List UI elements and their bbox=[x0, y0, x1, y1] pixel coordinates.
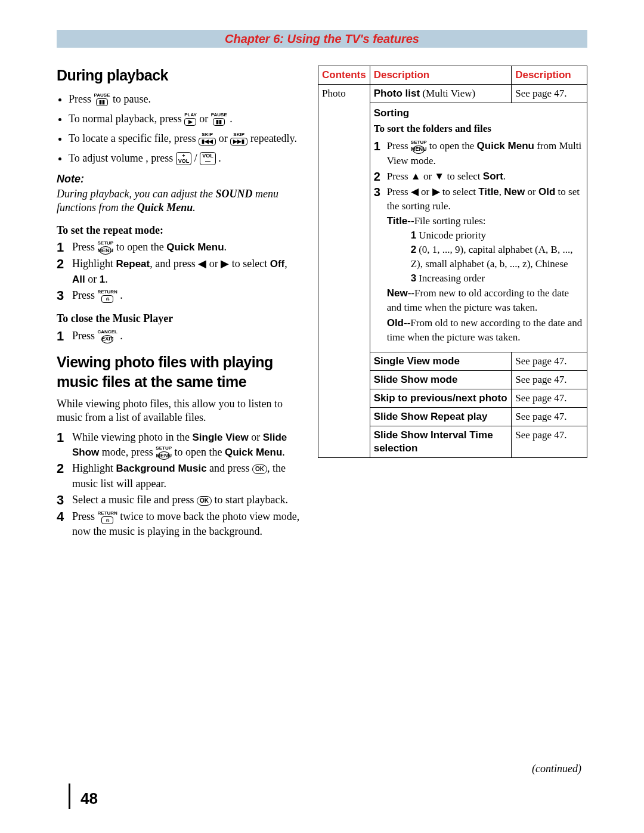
text: . bbox=[224, 241, 227, 253]
glyph: ▮▮ bbox=[213, 118, 225, 126]
text: to open the bbox=[429, 140, 477, 151]
text: Repeat bbox=[116, 258, 150, 270]
text: to select bbox=[229, 258, 270, 270]
text: Quick Menu bbox=[166, 241, 224, 253]
step-2: 2 Highlight Repeat, and press ◀ or ▶ to … bbox=[57, 256, 301, 286]
cell-ref: See page 47. bbox=[512, 389, 587, 407]
setup-menu-button-icon: SETUPMENU bbox=[98, 241, 114, 255]
sorting-heading: Sorting bbox=[374, 107, 583, 120]
cell-ref: See page 47. bbox=[512, 426, 587, 457]
label: PLAY bbox=[184, 113, 197, 117]
step-2: 2 Highlight Background Music and press O… bbox=[57, 461, 301, 491]
text: repeatedly. bbox=[250, 132, 297, 144]
text: . bbox=[105, 273, 108, 285]
glyph: ▶ bbox=[184, 118, 196, 126]
viewing-intro: While viewing photo files, this allow yo… bbox=[57, 397, 301, 425]
sorting-sub: To sort the folders and files bbox=[374, 122, 583, 135]
text: or bbox=[421, 171, 435, 182]
text: to select bbox=[444, 171, 483, 182]
text: SOUND bbox=[215, 188, 252, 200]
cell-interval: Slide Show Interval Time selection bbox=[370, 426, 512, 457]
text: to pause. bbox=[113, 93, 151, 105]
step-number: 2 bbox=[57, 461, 72, 476]
sort-step-1: 1 Press SETUPMENU to open the Quick Menu… bbox=[374, 139, 583, 168]
text: and press bbox=[207, 462, 252, 474]
text: . bbox=[120, 289, 123, 301]
continued-label: (continued) bbox=[532, 762, 581, 776]
description-table: Contents Description Description Photo P… bbox=[318, 66, 587, 458]
step-3: 3 Select a music file and press OK to st… bbox=[57, 493, 301, 508]
text: Press bbox=[387, 140, 411, 151]
text: . bbox=[282, 446, 285, 458]
text: . bbox=[230, 113, 233, 125]
text: or bbox=[199, 113, 211, 125]
subhead-repeat: To set the repeat mode: bbox=[57, 224, 301, 237]
close-steps: 1 Press CANCELEXIT . bbox=[57, 329, 301, 344]
step-number: 1 bbox=[57, 430, 72, 445]
step-number: 4 bbox=[57, 509, 72, 525]
text: Highlight bbox=[72, 462, 116, 474]
text: Increasing order bbox=[419, 272, 485, 284]
text: Quick Menu bbox=[225, 447, 282, 458]
text: to open the bbox=[116, 241, 166, 253]
cell-repeat: Slide Show Repeat play bbox=[370, 407, 512, 426]
left-arrow-icon: ◀ bbox=[198, 258, 206, 270]
playback-bullets: Press PAUSE ▮▮ to pause. To normal playb… bbox=[57, 91, 301, 166]
step-1: 1 Press SETUPMENU to open the Quick Menu… bbox=[57, 240, 301, 255]
text: (0, 1, ..., 9), capital alphabet (A, B, … bbox=[411, 244, 573, 270]
text: --From new to old according to the date … bbox=[387, 287, 569, 313]
text: To adjust volume , press bbox=[69, 152, 176, 164]
step-4: 4 Press RETURN⎌ twice to move back the p… bbox=[57, 509, 301, 539]
return-button-icon: RETURN⎌ bbox=[98, 511, 117, 524]
right-column: Contents Description Description Photo P… bbox=[318, 66, 587, 547]
text: / bbox=[194, 152, 200, 164]
text: or bbox=[249, 431, 263, 443]
vol-down-button-icon: VOL— bbox=[200, 152, 216, 165]
setup-menu-button-icon: SETUPMENU bbox=[156, 446, 172, 460]
heading-viewing-photo: Viewing photo files with playing music f… bbox=[57, 352, 301, 391]
ok-button-icon: OK bbox=[252, 465, 267, 474]
page-number: 48 bbox=[80, 789, 98, 809]
text: 1 bbox=[100, 274, 105, 285]
text: Press bbox=[72, 241, 98, 253]
text: Quick Menu bbox=[477, 140, 534, 151]
text: Press bbox=[69, 93, 94, 105]
text: . bbox=[120, 330, 123, 342]
text: Title bbox=[387, 215, 408, 227]
cell-contents-photo: Photo bbox=[318, 85, 370, 458]
text: Press bbox=[387, 171, 411, 182]
cell-ref: See page 47. bbox=[512, 85, 587, 103]
bullet-volume: To adjust volume , press +VOL / VOL— . bbox=[69, 150, 301, 166]
left-arrow-icon: ◀ bbox=[411, 186, 419, 197]
text: --From old to new according to the date … bbox=[387, 317, 583, 343]
text: Off bbox=[270, 258, 285, 270]
label: PAUSE bbox=[211, 113, 227, 117]
step-number: 1 bbox=[374, 139, 387, 153]
step-number: 3 bbox=[57, 493, 72, 508]
note-heading: Note: bbox=[57, 172, 301, 186]
text: During playback, you can adjust the bbox=[57, 188, 215, 200]
play-button-icon: PLAY ▶ bbox=[184, 113, 197, 126]
text: Sort bbox=[483, 171, 503, 182]
sort-step-3: 3 Press ◀ or ▶ to select Title, New or O… bbox=[374, 185, 583, 345]
pause-button-icon: PAUSE ▮▮ bbox=[211, 113, 227, 126]
text: mode, press bbox=[99, 446, 156, 458]
step-number: 2 bbox=[57, 256, 72, 272]
text: Title bbox=[478, 186, 499, 197]
left-column: During playback Press PAUSE ▮▮ to pause.… bbox=[57, 66, 301, 547]
text: , and press bbox=[150, 258, 198, 270]
page-number-rule bbox=[69, 784, 70, 809]
setup-menu-button-icon: SETUPMENU bbox=[411, 140, 427, 154]
text: , bbox=[284, 258, 287, 270]
pause-button-icon: PAUSE ▮▮ bbox=[94, 93, 110, 106]
viewing-steps: 1 While viewing photo in the Single View… bbox=[57, 430, 301, 540]
text: Press bbox=[387, 186, 411, 197]
ok-button-icon: OK bbox=[197, 496, 212, 506]
text: Old bbox=[538, 186, 555, 197]
skip-next-button-icon: SKIP ▶▶▮ bbox=[230, 132, 247, 145]
label: SKIP bbox=[233, 132, 244, 137]
text: to select bbox=[440, 186, 479, 197]
repeat-steps: 1 Press SETUPMENU to open the Quick Menu… bbox=[57, 240, 301, 304]
vol-up-button-icon: +VOL bbox=[176, 152, 192, 165]
text: to open the bbox=[175, 446, 225, 458]
